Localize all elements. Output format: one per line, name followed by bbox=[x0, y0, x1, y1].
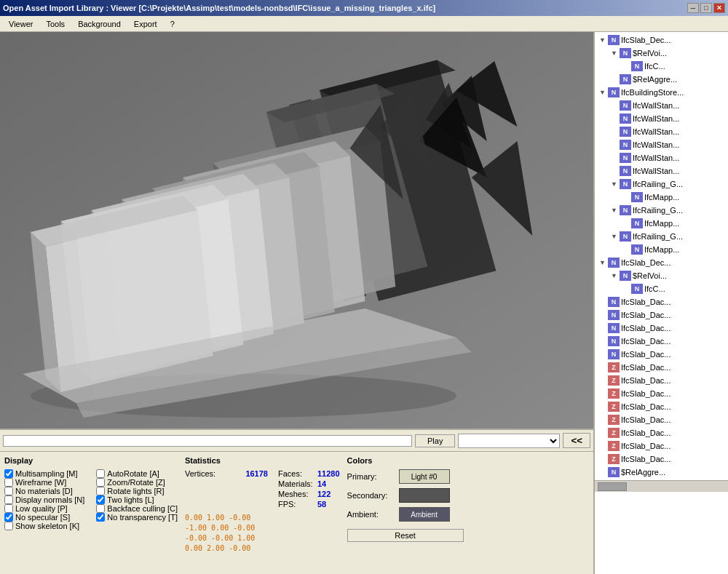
tree-item[interactable]: ▼NIfcSlab_Dec... bbox=[596, 256, 727, 269]
window-title: Open Asset Import Library : Viewer [C:\P… bbox=[3, 4, 435, 12]
ambient-label: Ambient: bbox=[347, 510, 395, 519]
minimize-button[interactable]: ─ bbox=[687, 3, 699, 13]
tree-item[interactable]: ZIfcSlab_Dac... bbox=[596, 413, 727, 426]
tree-label: $RelVoi... bbox=[633, 49, 667, 57]
stat-row-vertices: Vertices: 16178 Faces: 11280 bbox=[185, 469, 340, 478]
menu-viewer[interactable]: Viewer bbox=[3, 18, 39, 30]
tree-item[interactable]: NIfcSlab_Dac... bbox=[596, 308, 727, 322]
tree-item[interactable]: NIfcC... bbox=[596, 60, 727, 73]
stat-row-meshes: Meshes: 122 bbox=[185, 490, 340, 498]
menu-bar: Viewer Tools Background Export ? bbox=[0, 16, 728, 32]
tree-label: IfcSlab_Dac... bbox=[621, 389, 670, 398]
tree-label: IfcSlab_Dac... bbox=[621, 363, 670, 372]
tree-icon: N bbox=[620, 48, 631, 58]
progress-bar[interactable] bbox=[3, 435, 412, 447]
fps-value-empty bbox=[239, 500, 268, 509]
tree-item[interactable]: ZIfcSlab_Dac... bbox=[596, 439, 727, 453]
tree-item[interactable]: ▼N$RelVoi... bbox=[596, 47, 727, 60]
menu-export[interactable]: Export bbox=[128, 18, 163, 30]
fps-value: 58 bbox=[317, 500, 326, 509]
menu-help[interactable]: ? bbox=[165, 18, 181, 30]
primary-color-button[interactable]: Light #0 bbox=[399, 469, 450, 484]
display-section: Display Multisampling [M] Wireframe [W] bbox=[4, 456, 178, 570]
tree-item[interactable]: NIfcWallStan... bbox=[596, 138, 727, 151]
tree-label: IfcSlab_Dec... bbox=[621, 258, 670, 267]
tree-item[interactable]: N$RelAggre... bbox=[596, 73, 727, 86]
tree-label: IfcMapp... bbox=[644, 193, 679, 202]
tree-item[interactable]: NIfcMapp... bbox=[596, 243, 727, 256]
tree-icon: N bbox=[620, 140, 631, 150]
tree-item[interactable]: NIfcSlab_Dac... bbox=[596, 295, 727, 308]
meshes-value-empty bbox=[239, 490, 268, 498]
tree-item[interactable]: NIfcWallStan... bbox=[596, 99, 727, 112]
tree-item[interactable]: ▼N$RelVoi... bbox=[596, 269, 727, 282]
colors-title: Colors bbox=[347, 456, 464, 465]
tree-item[interactable]: ZIfcSlab_Dac... bbox=[596, 400, 727, 413]
tree-item[interactable]: ZIfcSlab_Dac... bbox=[596, 453, 727, 466]
tree-item[interactable]: NIfcWallStan... bbox=[596, 164, 727, 178]
viewport-3d[interactable] bbox=[0, 32, 593, 428]
tree-icon: N bbox=[608, 297, 620, 307]
main-container: Play << Display Multisampling [M] bbox=[0, 32, 728, 574]
checkbox-no-transparency: No transparency [T] bbox=[96, 513, 178, 522]
tree-icon: Z bbox=[608, 402, 620, 412]
tree-item[interactable]: NIfcSlab_Dac... bbox=[596, 322, 727, 335]
close-button[interactable]: ✕ bbox=[713, 3, 725, 13]
tree-label: IfcWallStan... bbox=[633, 101, 679, 110]
tree-item[interactable]: ▼NIfcBuildingStore... bbox=[596, 86, 727, 99]
faces-label: Faces: bbox=[271, 469, 314, 478]
tree-item[interactable]: NIfcWallStan... bbox=[596, 151, 727, 164]
maximize-button[interactable]: □ bbox=[700, 3, 712, 13]
tree-item[interactable]: ▼NIfcSlab_Dec... bbox=[596, 33, 727, 47]
progress-bar-area: Play << bbox=[0, 430, 593, 452]
menu-tools[interactable]: Tools bbox=[40, 18, 71, 30]
tree-item[interactable]: NIfcC... bbox=[596, 282, 727, 295]
tree-icon: N bbox=[620, 205, 631, 215]
tree-item[interactable]: ▼NIfcRailing_G... bbox=[596, 204, 727, 217]
skip-button[interactable]: << bbox=[563, 433, 590, 448]
tree-label: IfcSlab_Dac... bbox=[621, 324, 670, 332]
vertices-label: Vertices: bbox=[185, 469, 236, 478]
tree-icon: N bbox=[608, 258, 620, 268]
checkbox-no-materials: No materials [D] bbox=[4, 487, 84, 495]
tree-icon: Z bbox=[608, 415, 620, 425]
matrix-row-1: -1.00 0.00 -0.00 bbox=[185, 523, 340, 533]
secondary-color-button[interactable] bbox=[399, 488, 450, 503]
checkbox-display-normals: Display normals [N] bbox=[4, 495, 84, 504]
tree-icon: N bbox=[608, 35, 620, 45]
menu-background[interactable]: Background bbox=[72, 18, 127, 30]
tree-item[interactable]: ZIfcSlab_Dac... bbox=[596, 426, 727, 439]
tree-panel[interactable]: ▼NIfcSlab_Dec...▼N$RelVoi...NIfcC...N$Re… bbox=[593, 32, 728, 574]
scene-view bbox=[0, 32, 593, 428]
tree-label: IfcWallStan... bbox=[633, 114, 679, 123]
tree-item[interactable]: NIfcMapp... bbox=[596, 217, 727, 230]
tree-icon: N bbox=[620, 113, 631, 124]
horizontal-scrollbar[interactable] bbox=[595, 480, 728, 492]
tree-item[interactable]: ZIfcSlab_Dac... bbox=[596, 361, 727, 374]
tree-item[interactable]: NIfcSlab_Dac... bbox=[596, 348, 727, 361]
tree-item[interactable]: NIfcMapp... bbox=[596, 191, 727, 204]
tree-icon: N bbox=[608, 87, 620, 97]
tree-item[interactable]: NIfcWallStan... bbox=[596, 112, 727, 125]
tree-label: IfcWallStan... bbox=[633, 140, 679, 149]
animation-dropdown[interactable] bbox=[458, 434, 560, 448]
tree-icon: N bbox=[620, 127, 631, 137]
tree-icon: N bbox=[608, 336, 620, 346]
tree-container: ▼NIfcSlab_Dec...▼N$RelVoi...NIfcC...N$Re… bbox=[595, 32, 728, 480]
reset-button[interactable]: Reset bbox=[347, 529, 464, 542]
tree-item[interactable]: N$RelAggre... bbox=[596, 466, 727, 479]
secondary-label: Secondary: bbox=[347, 491, 395, 500]
tree-item[interactable]: NIfcSlab_Dac... bbox=[596, 335, 727, 348]
tree-item[interactable]: NIfcWallStan... bbox=[596, 125, 727, 138]
tree-item[interactable]: ▼NIfcRailing_G... bbox=[596, 178, 727, 191]
matrix-row-3: 0.00 2.00 -0.00 bbox=[185, 543, 340, 554]
tree-item[interactable]: ZIfcSlab_Dac... bbox=[596, 374, 727, 387]
play-button[interactable]: Play bbox=[415, 434, 455, 447]
tree-label: $RelAggre... bbox=[633, 75, 677, 84]
tree-item[interactable]: ZIfcSlab_Dac... bbox=[596, 387, 727, 400]
tree-item[interactable]: ▼NIfcRailing_G... bbox=[596, 230, 727, 243]
tree-icon: N bbox=[608, 349, 620, 359]
ambient-color-button[interactable]: Ambient bbox=[399, 507, 450, 522]
matrix-row-2: -0.00 -0.00 1.00 bbox=[185, 533, 340, 543]
checkbox-show-skeleton: Show skeleton [K] bbox=[4, 522, 84, 530]
